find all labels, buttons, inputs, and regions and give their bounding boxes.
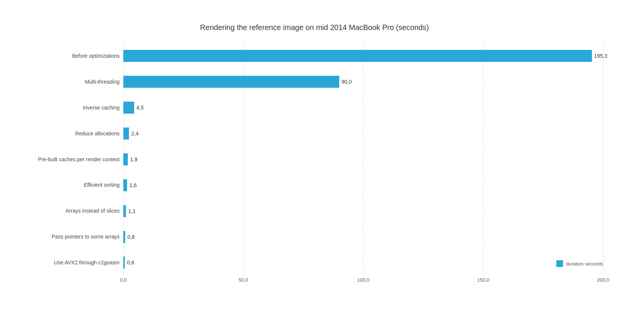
bar-value-label: 4,5 (136, 105, 144, 111)
x-axis-tick: 200,0 (597, 277, 610, 283)
bar: 1,6 (123, 179, 127, 191)
legend-label: duration seconds (566, 261, 603, 267)
grid-line (603, 43, 604, 276)
bar-value-label: 0,6 (127, 260, 134, 266)
chart-container: Rendering the reference image on mid 201… (18, 8, 626, 301)
chart-title: Rendering the reference image on mid 201… (26, 23, 603, 32)
y-axis-label: Efficient sorting (26, 182, 120, 188)
bar-row: 90,0 (123, 72, 603, 92)
bar-row: 0,8 (123, 226, 603, 247)
bar-value-label: 0,8 (127, 234, 135, 240)
bar-row: 1,9 (123, 149, 603, 170)
bar-row: 4,5 (123, 98, 603, 118)
y-axis-label: Pre-built caches per render context (26, 156, 120, 163)
bar-row: 2,4 (123, 123, 603, 144)
y-axis-label: Use AVX2 through c2goasm (26, 260, 120, 266)
legend-color-box (556, 260, 563, 267)
bar: 90,0 (123, 76, 339, 88)
bar: 0,6 (123, 256, 125, 268)
bar-value-label: 1,1 (128, 208, 135, 214)
y-axis-label: Inverse caching (26, 105, 120, 111)
bar-value-label: 2,4 (131, 130, 138, 136)
bar-row: 0,6 (123, 252, 603, 273)
bar-value-label: 1,9 (130, 156, 137, 162)
bar-row: 1,1 (123, 201, 603, 221)
bar: 195,3 (123, 50, 592, 62)
bar-row: 1,6 (123, 175, 603, 195)
chart-body: Before optimizationsMulti-threadingInver… (26, 43, 603, 276)
x-axis-tick: 0,0 (120, 277, 127, 283)
bar: 1,9 (123, 153, 128, 165)
y-axis-label: Multi-threading (26, 79, 120, 85)
x-axis-tick: 50,0 (238, 277, 248, 283)
x-axis-tick: 150,0 (477, 277, 490, 283)
x-axis: 0,050,0100,0150,0200,0 (123, 277, 603, 286)
y-axis-label: Arrays instead of slices (26, 208, 120, 214)
bar-value-label: 90,0 (341, 79, 352, 85)
bar: 4,5 (123, 102, 134, 114)
bar-row: 195,3 (123, 46, 603, 66)
y-axis-labels: Before optimizationsMulti-threadingInver… (26, 43, 123, 276)
y-axis-label: Reduce allocations (26, 130, 120, 137)
bar: 0,8 (123, 231, 125, 243)
bars-area: 195,390,04,52,41,91,61,10,80,6 (123, 43, 603, 276)
bar: 1,1 (123, 205, 126, 217)
bar: 2,4 (123, 128, 129, 140)
bar-value-label: 195,3 (594, 53, 607, 59)
bar-value-label: 1,6 (129, 182, 136, 188)
legend: duration seconds (556, 260, 603, 267)
y-axis-label: Before optimizations (26, 53, 120, 59)
y-axis-label: Pass pointers to some arrays (26, 234, 120, 240)
x-axis-tick: 100,0 (357, 277, 370, 283)
